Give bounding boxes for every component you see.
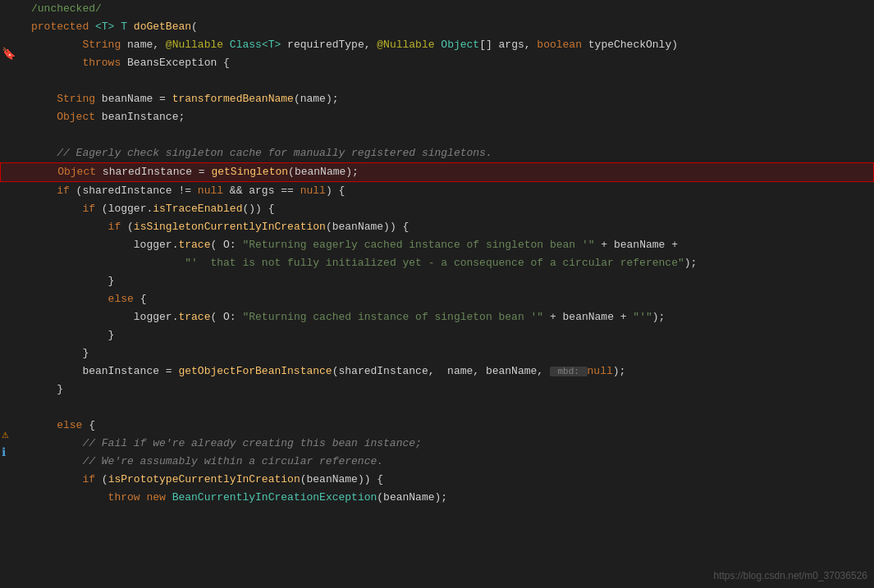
code-line: beanInstance = getObjectForBeanInstance(…: [0, 362, 874, 381]
code-token: && args ==: [230, 185, 300, 197]
code-token: String: [31, 39, 127, 51]
code-line: "' that is not fully initialized yet - a…: [0, 254, 874, 272]
code-token: String: [31, 93, 102, 105]
code-content: String name, @Nullable Class<T> required…: [25, 36, 874, 54]
code-token: (: [127, 221, 134, 233]
code-token: getObjectForBeanInstance: [178, 365, 332, 377]
code-content: beanInstance = getObjectForBeanInstance(…: [25, 362, 874, 381]
code-token: throw: [31, 491, 146, 504]
code-line: Object sharedInstance = getSingleton(bea…: [0, 162, 874, 182]
code-content: // Eagerly check singleton cache for man…: [25, 144, 874, 162]
code-token: typeCheckOnly): [588, 39, 678, 51]
code-content: // Fail if we're already creating this b…: [25, 435, 874, 453]
code-content: }: [25, 381, 874, 399]
code-line: [0, 507, 874, 525]
code-token: + beanName +: [595, 239, 678, 251]
code-token: ( O:: [210, 311, 242, 323]
code-line: [0, 399, 874, 417]
code-content: logger.trace( O: "Returning cached insta…: [25, 308, 874, 326]
code-line: if (sharedInstance != null && args == nu…: [0, 182, 874, 200]
code-token: );: [652, 311, 666, 323]
code-token: @Nullable: [166, 39, 230, 51]
code-token: isPrototypeCurrentlyInCreation: [108, 473, 300, 485]
code-token: (: [102, 473, 108, 485]
code-content: protected <T> T doGetBean(: [25, 18, 874, 36]
code-line: logger.trace( O: "Returning cached insta…: [0, 308, 874, 326]
code-token: BeansException {: [127, 57, 230, 69]
code-token: else: [31, 293, 140, 305]
code-line: }: [0, 272, 874, 290]
code-token: null: [198, 185, 230, 197]
code-token: (beanName)) {: [326, 221, 409, 233]
code-content: if (isPrototypeCurrentlyInCreation(beanN…: [25, 471, 874, 489]
code-content: }: [25, 272, 874, 290]
code-line: protected <T> T doGetBean(: [0, 18, 874, 36]
code-token: [] args,: [479, 39, 537, 51]
code-content: [25, 72, 874, 90]
code-token: (beanName);: [377, 491, 447, 504]
code-token: <T> T: [95, 21, 134, 33]
code-line: [0, 72, 874, 90]
code-line: if (isSingletonCurrentlyInCreation(beanN…: [0, 218, 874, 236]
code-token: }: [31, 347, 89, 359]
code-content: }: [25, 326, 874, 344]
code-token: BeanCurrentlyInCreationException: [172, 491, 378, 504]
code-line: [0, 126, 874, 144]
code-token: trace: [178, 311, 210, 323]
code-content: if (isSingletonCurrentlyInCreation(beanN…: [25, 218, 874, 236]
code-token: if: [31, 221, 127, 233]
code-token: /unchecked/: [31, 2, 102, 15]
code-content: [25, 507, 874, 525]
code-token: // We're assumably within a circular ref…: [31, 455, 383, 467]
bookmark-icon: 🔖: [2, 45, 16, 63]
code-content: if (logger.isTraceEnabled()) {: [25, 200, 874, 218]
code-line: if (logger.isTraceEnabled()) {: [0, 200, 874, 218]
code-token: transformedBeanName: [172, 93, 294, 105]
code-token: null: [300, 185, 326, 197]
code-token: beanInstance;: [102, 111, 185, 123]
code-line: Object beanInstance;: [0, 108, 874, 126]
code-line: String beanName = transformedBeanName(na…: [0, 90, 874, 108]
code-token: isTraceEnabled: [153, 203, 242, 215]
code-token: trace: [178, 239, 210, 251]
code-line: ℹ // We're assumably within a circular r…: [0, 453, 874, 471]
code-content: "' that is not fully initialized yet - a…: [25, 254, 874, 272]
code-line: logger.trace( O: "Returning eagerly cach…: [0, 236, 874, 254]
code-content: String beanName = transformedBeanName(na…: [25, 90, 874, 108]
code-content: else {: [25, 417, 874, 435]
code-token: + beanName +: [543, 311, 633, 323]
code-token: (: [191, 21, 198, 33]
code-content: }: [25, 344, 874, 362]
code-line: else {: [0, 417, 874, 435]
code-line: if (isPrototypeCurrentlyInCreation(beanN…: [0, 471, 874, 489]
code-token: "' that is not fully initialized yet - a…: [185, 257, 684, 269]
code-token: requiredType,: [287, 39, 377, 51]
code-token: (name);: [294, 93, 339, 105]
code-token: name, beanName,: [441, 365, 550, 377]
code-token: @Nullable: [377, 39, 441, 51]
code-token: Object: [441, 39, 479, 51]
code-content: else {: [25, 290, 874, 308]
code-token: doGetBean: [134, 21, 191, 33]
code-token: logger.: [31, 239, 178, 251]
code-token: Object: [31, 111, 102, 123]
code-token: (sharedInstance !=: [76, 185, 198, 197]
code-line: }: [0, 344, 874, 362]
code-line: // Eagerly check singleton cache for man…: [0, 144, 874, 162]
code-token: (beanName);: [288, 166, 359, 178]
code-token: <T>: [262, 39, 287, 51]
code-token: beanInstance =: [31, 365, 178, 377]
code-content: throws BeansException {: [25, 54, 874, 72]
code-token: Object: [32, 166, 103, 178]
code-line: else {: [0, 290, 874, 308]
code-token: else: [31, 419, 89, 431]
code-content: logger.trace( O: "Returning eagerly cach…: [25, 236, 874, 254]
code-line: 🔖 throws BeansException {: [0, 54, 874, 72]
code-token: beanName =: [102, 93, 172, 105]
code-token: if: [31, 185, 76, 197]
param-hint: mbd:: [550, 367, 588, 376]
code-token: isSingletonCurrentlyInCreation: [134, 221, 326, 233]
code-token: );: [613, 365, 626, 377]
code-token: name,: [127, 39, 166, 51]
code-content: Object sharedInstance = getSingleton(bea…: [25, 163, 873, 181]
